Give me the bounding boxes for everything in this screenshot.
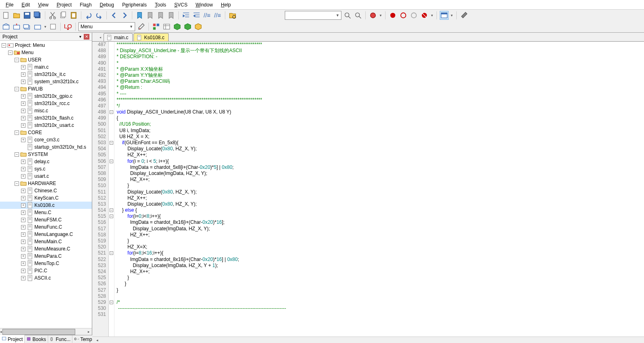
code-line[interactable]: ImgData = chardot_8x16[i+(Char-0x20)*16]… — [115, 257, 644, 263]
code-line[interactable]: HZ_X=X; — [115, 244, 644, 250]
tree-expander-icon[interactable]: + — [21, 138, 25, 142]
breakpoint-kill-button[interactable] — [420, 11, 429, 20]
project-tab-func[interactable]: {}Func... — [48, 335, 73, 343]
tree-node[interactable]: +Ks0108.c — [0, 202, 92, 209]
tree-expander-icon[interactable]: + — [21, 218, 25, 222]
tree-expander-icon[interactable]: + — [21, 80, 25, 84]
tree-expander-icon[interactable]: + — [21, 247, 25, 251]
menu-view[interactable]: View — [34, 0, 53, 9]
tree-node[interactable]: +KeyScan.C — [0, 194, 92, 202]
breakpoint-enable-button[interactable] — [399, 11, 408, 20]
tree-expander-icon[interactable]: + — [21, 174, 25, 179]
undo-button[interactable] — [84, 11, 93, 20]
code-line[interactable]: U8 i, ImgData; — [115, 128, 644, 134]
tree-expander-icon[interactable]: + — [21, 203, 25, 208]
tree-expander-icon[interactable]: + — [21, 210, 25, 215]
tree-node[interactable]: +stm32f10x_it.c — [0, 71, 92, 78]
code-line[interactable]: * @Param Char:ASCII码 — [115, 78, 644, 84]
code-line[interactable]: Display_Locate(ImgData, HZ_X, Y); — [115, 226, 644, 232]
comment-button[interactable]: //≡ — [203, 11, 212, 20]
tree-node[interactable]: −USER — [0, 56, 92, 63]
tree-expander-icon[interactable]: + — [21, 109, 25, 113]
code-line[interactable]: Display_Locate(0x80, HZ_X, Y); — [115, 201, 644, 207]
breakpoint-insert-button[interactable] — [388, 11, 397, 20]
code-line[interactable]: ****************************************… — [115, 97, 644, 103]
tree-node[interactable]: +misc.c — [0, 107, 92, 114]
tree-node[interactable]: +stm32f10x_gpio.c — [0, 93, 92, 100]
tree-node[interactable]: +delay.c — [0, 158, 92, 165]
tree-expander-icon[interactable]: + — [21, 261, 25, 266]
redo-button[interactable] — [95, 11, 104, 20]
tree-node[interactable]: +usart.c — [0, 173, 92, 180]
tree-expander-icon[interactable]: + — [21, 160, 25, 164]
tree-expander-icon[interactable]: + — [21, 276, 25, 280]
menu-edit[interactable]: Edit — [17, 0, 34, 9]
tree-expander-icon[interactable]: − — [8, 51, 13, 55]
tab-nav-left[interactable]: ◂ — [98, 33, 103, 41]
code-line[interactable]: * DESCRIPTION: - — [115, 54, 644, 60]
fold-icon[interactable]: − — [110, 215, 113, 218]
paste-button[interactable] — [69, 11, 78, 20]
stop-build-button[interactable] — [49, 22, 57, 31]
window-layout-button[interactable] — [440, 11, 449, 20]
code-line[interactable]: * @Param X:X轴坐标 — [115, 66, 644, 72]
code-line[interactable]: ----------------------------------------… — [115, 305, 644, 311]
code-line[interactable]: */ — [115, 103, 644, 109]
tree-node[interactable]: +MenuLanguage.C — [0, 231, 92, 238]
code-line[interactable] — [115, 293, 644, 299]
tree-node[interactable]: +MenuFSM.C — [0, 216, 92, 223]
tree-node[interactable]: +ASCII.c — [0, 274, 92, 282]
bookmark-prev-button[interactable] — [146, 11, 155, 20]
tree-expander-icon[interactable]: + — [21, 254, 25, 259]
indent-button[interactable] — [182, 11, 191, 20]
fold-icon[interactable]: − — [110, 110, 113, 114]
manage-button[interactable] — [162, 22, 171, 31]
code-line[interactable]: { — [115, 115, 644, 121]
tree-node[interactable]: +core_cm3.c — [0, 136, 92, 143]
menu-file[interactable]: File — [2, 0, 17, 9]
menu-flash[interactable]: Flash — [76, 0, 95, 9]
download-button[interactable]: LOAD — [64, 22, 72, 31]
code-line[interactable]: } — [115, 275, 644, 281]
tree-node[interactable]: +Menu.C — [0, 209, 92, 216]
menu-help[interactable]: Help — [217, 0, 235, 9]
tree-node[interactable]: +MenuMeasure.C — [0, 245, 92, 253]
tree-node[interactable]: −FWLIB — [0, 85, 92, 93]
manage-rte-button[interactable] — [194, 22, 203, 31]
incremental-find-button[interactable] — [354, 11, 362, 20]
editor-tab[interactable]: Ks0108.c — [133, 33, 169, 41]
editor-tab[interactable]: main.c — [104, 33, 133, 41]
pin-icon[interactable]: ▾ — [77, 34, 83, 40]
code-line[interactable]: Display_Locate(ImgData, HZ_X, Y + 1); — [115, 263, 644, 269]
code-line[interactable]: ****************************************… — [115, 42, 644, 48]
find-in-files-button[interactable] — [228, 11, 237, 20]
code-line[interactable]: for(i = 0; i < 5; i++){ — [115, 158, 644, 164]
fold-icon[interactable]: − — [110, 301, 113, 304]
code-line[interactable]: * @Param Y:Y轴坐标 — [115, 72, 644, 78]
bookmark-toggle-button[interactable] — [135, 11, 144, 20]
project-tab-books[interactable]: Books — [25, 335, 48, 343]
tree-expander-icon[interactable]: + — [21, 167, 25, 171]
code-line[interactable] — [115, 311, 644, 318]
tree-node[interactable]: +sys.c — [0, 165, 92, 173]
tree-expander-icon[interactable]: + — [21, 116, 25, 120]
fold-icon[interactable]: − — [110, 208, 113, 212]
code-line[interactable]: HZ_X++; — [115, 269, 644, 275]
tree-expander-icon[interactable]: − — [15, 130, 19, 135]
code-line[interactable]: HZ_X++; — [115, 232, 644, 238]
tree-node[interactable]: −CORE — [0, 129, 92, 136]
code-editor[interactable]: 4874884894904914924934944954964974984995… — [92, 42, 644, 337]
code-line[interactable]: ImgData = chardot_8x16[i+(Char-0x20)*16]… — [115, 219, 644, 225]
tree-expander-icon[interactable]: − — [2, 43, 6, 48]
tree-node[interactable]: +system_stm32f10x.c — [0, 78, 92, 85]
code-line[interactable]: for(i=8;i<16;i++){ — [115, 250, 644, 256]
menu-window[interactable]: Window — [191, 0, 217, 9]
breakpoint-disable-button[interactable] — [409, 11, 418, 20]
tree-expander-icon[interactable]: + — [21, 72, 25, 77]
tree-node[interactable]: −HARDWARE — [0, 180, 92, 187]
save-all-button[interactable] — [33, 11, 42, 20]
tree-node[interactable]: +stm32f10x_usart.c — [0, 122, 92, 129]
batch-build-button[interactable] — [33, 22, 42, 31]
code-line[interactable]: } — [115, 287, 644, 293]
save-button[interactable] — [23, 11, 32, 20]
